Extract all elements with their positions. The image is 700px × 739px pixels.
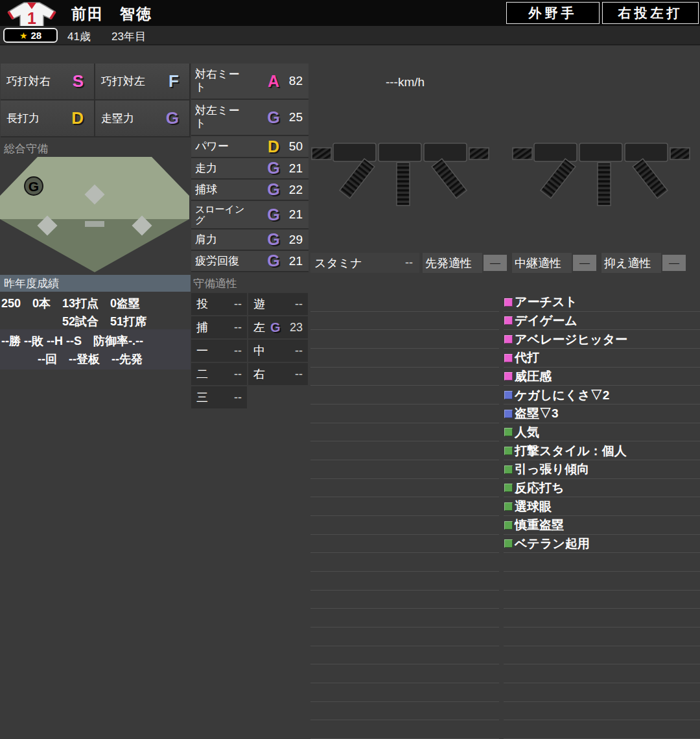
grade-letter: G [166, 108, 179, 128]
stamina-cell: スタミナ -- [310, 253, 419, 273]
pos-cell-left: 左 G 23 [248, 316, 308, 338]
pos-cell-short: 遊 -- [248, 293, 308, 315]
ability-cell-contact-vs-left: 巧打対左 F [95, 64, 191, 100]
ability-cell-label: 巧打対右 [1, 74, 73, 89]
pos-label: 中 [248, 343, 265, 358]
player-card-screen: 前田 智徳 外野手 右投左打 1 ★ 28 41歳 23年目 巧打対右 S 巧打… [0, 0, 700, 739]
stat-value: 82 [289, 74, 303, 88]
ability-cell-power: 長打力 D [1, 100, 95, 137]
ability-label: 選球眼 [515, 499, 552, 515]
stat-value: 50 [289, 139, 303, 154]
ability-bullet [504, 316, 513, 325]
stat-value: 25 [289, 110, 303, 124]
pos-value: -- [295, 344, 303, 358]
ability-row: 慎重盗塁 [504, 516, 700, 535]
stat-label: 肩力 [191, 233, 260, 246]
grade-letter: G [262, 252, 285, 270]
ability-bullet [504, 502, 513, 511]
pos-label: 三 [191, 390, 208, 405]
ability-bullet [504, 428, 513, 436]
stat-label: スローイング [191, 204, 247, 226]
stat-label: 対右ミート [191, 68, 247, 93]
stat-row-power: パワー D 50 [191, 136, 309, 158]
ability-label: 代打 [515, 349, 539, 366]
stat-value: 21 [289, 254, 303, 268]
pos-label: 二 [191, 366, 208, 382]
ability-cell-contact-vs-right: 巧打対右 S [1, 64, 95, 100]
breaking-ball-chart-left [310, 135, 499, 219]
ability-bullet [504, 335, 513, 344]
stat-row-speed: 走力 G 21 [191, 158, 309, 180]
ability-row: ケガしにくさ▽2 [504, 386, 700, 405]
defense-field-diagram: G [0, 154, 189, 275]
stat-label: 捕球 [191, 183, 260, 196]
ability-bullet [504, 521, 513, 530]
pos-value: -- [234, 298, 242, 311]
ability-label: ケガしにくさ▽2 [515, 387, 609, 404]
ability-row: ベテラン起用 [504, 535, 700, 554]
stat-row-fatigue-recovery: 疲労回復 G 21 [191, 251, 309, 272]
grade-letter: F [169, 71, 179, 91]
aptitude-badge: — [484, 255, 507, 271]
last-year-pitching-line2: --回 --登板 --先発 [38, 351, 143, 367]
stamina-label: スタミナ [310, 255, 362, 271]
star-count: 28 [30, 30, 41, 40]
position-button[interactable]: 外野手 [506, 2, 600, 24]
grade-letter: A [262, 72, 285, 91]
ability-row: 選球眼 [504, 497, 700, 516]
ability-label: 慎重盗塁 [515, 517, 564, 534]
grade-letter: G [262, 230, 285, 249]
pos-value: -- [234, 321, 242, 334]
aptitude-middle-relief: 中継適性 — [512, 253, 601, 273]
sub-bar: ★ 28 41歳 23年目 [0, 26, 700, 45]
grade-letter: S [73, 71, 84, 91]
breaking-ball-chart-right [511, 135, 700, 219]
pos-cell-right: 右 -- [248, 363, 308, 385]
pos-label: 投 [191, 296, 208, 312]
ability-row: 威圧感 [504, 368, 700, 386]
last-year-pitching-line1: --勝 --敗 --H --S 防御率-.-- [1, 333, 143, 349]
mound-marker [85, 221, 104, 227]
ability-row: 代打 [504, 349, 700, 368]
star-badge: ★ 28 [3, 28, 58, 43]
pos-value: -- [234, 344, 242, 358]
ability-bullet [504, 391, 513, 399]
pos-value: 23 [290, 321, 303, 334]
special-abilities-list: アーチスト デイゲーム アベレージヒッター 代打 威圧感 ケガしにくさ▽2 盗塁… [504, 293, 700, 739]
stat-label: 対左ミート [191, 104, 247, 130]
top-bar: 前田 智徳 外野手 右投左打 [0, 0, 700, 26]
pos-value: -- [295, 368, 303, 381]
stat-row-catching: 捕球 G 22 [191, 180, 309, 201]
ability-row: 反応打ち [504, 479, 700, 498]
stat-label: パワー [191, 140, 260, 153]
pos-cell-center: 中 -- [248, 340, 308, 362]
aptitude-badge: — [573, 255, 596, 271]
player-year: 23年目 [111, 29, 146, 44]
ability-row: 人気 [504, 423, 700, 442]
stat-value: 29 [289, 233, 303, 247]
ability-cell-label: 走塁力 [95, 111, 166, 126]
stat-label: 走力 [191, 162, 260, 175]
stat-row-arm-strength: 肩力 G 29 [191, 229, 309, 251]
grade-letter: G [262, 205, 285, 224]
player-name: 前田 智徳 [71, 4, 152, 24]
aptitude-label: 先発適性 [423, 253, 482, 273]
ability-bullet [504, 447, 513, 455]
aptitude-starter: 先発適性 — [423, 253, 512, 273]
stat-value: 21 [289, 207, 303, 222]
throw-bat-button[interactable]: 右投左打 [602, 2, 699, 24]
pos-label: 左 [248, 320, 265, 335]
last-year-batting-line1: 250 0本 13打点 0盗塁 [1, 296, 140, 311]
ability-row: 引っ張り傾向 [504, 460, 700, 479]
star-icon: ★ [19, 31, 28, 40]
ability-cell-label: 長打力 [1, 111, 71, 126]
ability-bullet [504, 484, 513, 492]
pos-value: -- [234, 391, 242, 405]
pos-cell-first: 一 -- [191, 340, 247, 362]
aptitude-label: 中継適性 [512, 253, 572, 273]
pos-cell-third: 三 -- [191, 386, 247, 408]
pos-label: 遊 [248, 296, 265, 312]
grade-letter: G [262, 108, 285, 127]
grade-letter: G [270, 320, 281, 335]
ability-row: アベレージヒッター [504, 330, 700, 349]
